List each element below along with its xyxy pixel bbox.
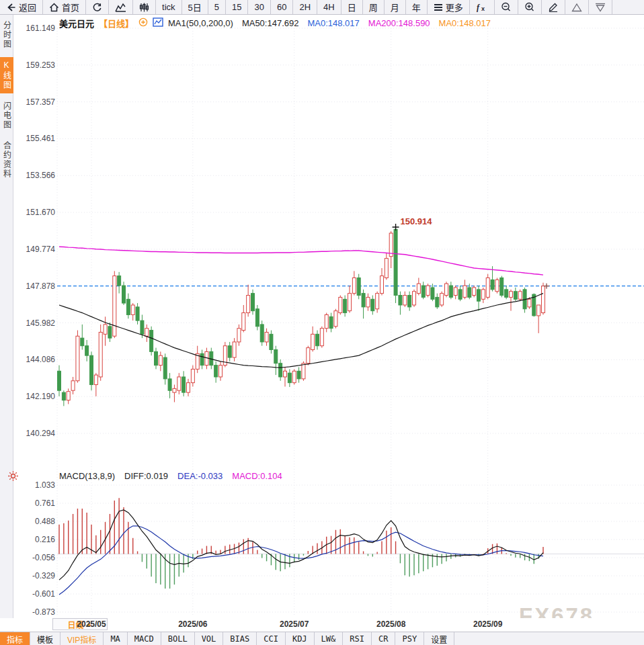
indicator-tab-BOLL[interactable]: BOLL [161,632,195,645]
ma-readout-2: MA0:148.017 [307,18,359,28]
indicator-tab-VIP指标[interactable]: VIP指标 [61,632,104,645]
price-axis-label: 147.878 [12,282,55,291]
price-axis-label: 151.670 [12,208,55,217]
price-axis-label: 149.774 [12,245,55,254]
macd-readout-3: MACD:0.104 [232,471,282,481]
month-label: 2025/06 [178,619,207,629]
indicator-tab-指标[interactable]: 指标 [0,632,30,645]
macd-readouts: MACD(13,8,9)DIFF:0.019DEA:-0.033MACD:0.1… [59,471,282,481]
ma-readout-3: MA200:148.590 [368,18,430,28]
month-label: 2025/05 [77,619,106,629]
macd-axis-label: 0.488 [12,517,55,526]
macd-axis-label: 0.761 [12,499,55,508]
price-axis-label: 157.357 [12,97,55,107]
price-axis-label: 161.149 [12,24,55,33]
price-axis-label: 142.190 [12,392,55,401]
price-axis-label: 145.982 [12,318,55,328]
macd-axis-label: 1.033 [12,480,55,490]
indicator-tab-LW&[interactable]: LW& [315,632,344,645]
indicator-tab-CCI[interactable]: CCI [257,632,286,645]
indicator-tab-PSY[interactable]: PSY [395,632,424,645]
indicator-tab-bar: 指标模板VIP指标MAMACDBOLLVOLBIASCCIKDJLW&RSICR… [0,632,644,645]
price-axis-label: 159.253 [12,60,55,70]
ma-chart-icon[interactable] [153,17,163,29]
indicator-tab-设置[interactable]: 设置 [424,632,454,645]
price-axis-label: 144.086 [12,355,55,364]
candlestick-chart-canvas[interactable]: 150.914 [0,0,644,645]
month-label: 2025/07 [280,619,309,629]
ma-readouts: MA1(50,0,200,0)MA50:147.692MA0:148.017MA… [168,18,491,28]
ma-readout-0: MA1(50,0,200,0) [168,18,233,28]
indicator-tab-RSI[interactable]: RSI [343,632,372,645]
macd-axis-label: 0.216 [12,535,55,544]
macd-readout-2: DEA:-0.033 [177,471,223,481]
indicator-tab-MA[interactable]: MA [104,632,127,645]
month-label: 2025/08 [376,619,405,629]
macd-axis-label: -0.601 [12,589,55,599]
price-axis-label: 153.566 [12,171,55,180]
indicator-tab-MACD[interactable]: MACD [128,632,161,645]
ma-readout-4: MA0:148.017 [439,18,491,28]
add-indicator-icon[interactable] [138,17,148,29]
indicator-tab-KDJ[interactable]: KDJ [286,632,315,645]
indicator-tab-CR[interactable]: CR [372,632,395,645]
period-tag: 【日线】 [99,17,134,30]
high-price-annotation: 150.914 [401,216,433,226]
indicator-tab-BIAS[interactable]: BIAS [223,632,257,645]
macd-axis-label: -0.329 [12,571,55,580]
macd-readout-0: MACD(13,8,9) [59,471,115,481]
month-label: 2025/09 [473,619,502,629]
ma-readout-1: MA50:147.692 [242,18,299,28]
time-axis-row: 日线 ▲ 2025/052025/062025/072025/082025/09 [0,618,644,631]
macd-axis-label: -0.056 [12,553,55,562]
macd-readout-1: DIFF:0.019 [124,471,168,481]
indicator-tab-VOL[interactable]: VOL [195,632,224,645]
trading-app-window: 返回首页tick5日51530602H4H日周月年更多fx 分时图K线图闪电图合… [0,0,644,645]
chart-header: 美元日元 【日线】 MA1(50,0,200,0)MA50:147.692MA0… [59,17,491,30]
symbol-name: 美元日元 [59,17,94,30]
indicator-tab-模板[interactable]: 模板 [30,632,61,645]
price-axis-label: 155.461 [12,134,55,143]
macd-axis-label: -0.873 [12,607,55,617]
price-axis-label: 140.294 [12,429,55,438]
